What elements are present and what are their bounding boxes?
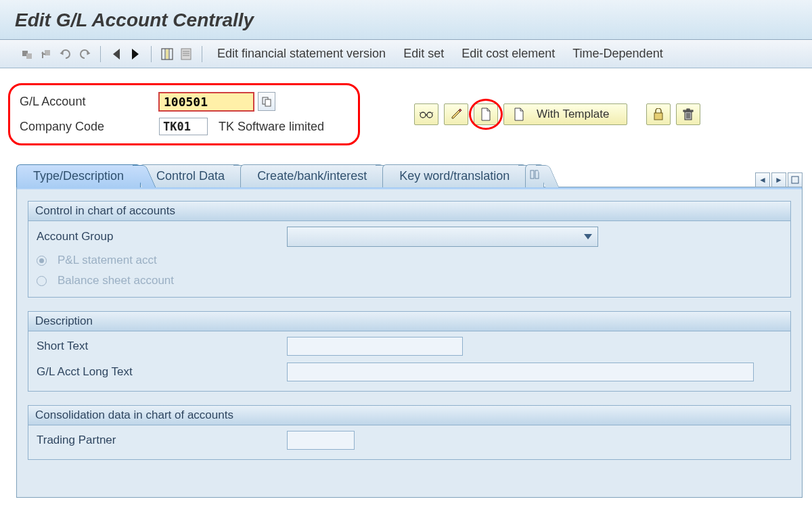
pl-statement-row: P&L statement acct xyxy=(37,254,782,267)
title-bar: Edit G/L Account Centrally xyxy=(0,0,812,40)
svg-rect-12 xyxy=(265,99,271,106)
new-document-icon xyxy=(514,108,524,121)
group-header: Control in chart of accounts xyxy=(28,202,790,221)
svg-line-16 xyxy=(420,112,421,114)
maximize-icon xyxy=(791,176,799,184)
toolbar-icon-2[interactable] xyxy=(39,47,54,62)
company-code-row: Company Code TK Software limited xyxy=(20,118,346,135)
company-code-input[interactable] xyxy=(159,118,208,135)
glasses-icon xyxy=(419,110,434,119)
svg-rect-18 xyxy=(654,113,662,120)
svg-line-17 xyxy=(432,112,433,114)
svg-rect-2 xyxy=(45,50,50,55)
app-toolbar: Edit financial statement version Edit se… xyxy=(0,40,812,68)
toolbar-separator xyxy=(151,46,152,62)
svg-rect-27 xyxy=(792,177,798,183)
link-time-dependent[interactable]: Time-Dependent xyxy=(566,47,669,61)
gl-account-f4-button[interactable] xyxy=(258,92,275,111)
search-help-icon xyxy=(262,96,271,107)
tab-maximize[interactable] xyxy=(788,172,803,187)
svg-rect-6 xyxy=(166,49,168,59)
dropdown-caret-icon xyxy=(584,234,592,239)
period-screen-icon[interactable] xyxy=(160,47,175,62)
company-code-description: TK Software limited xyxy=(219,120,324,134)
tab-strip: Type/Description Control Data Create/ban… xyxy=(16,164,803,187)
display-button[interactable] xyxy=(414,103,438,125)
company-code-label: Company Code xyxy=(20,120,155,134)
group-control-chart-accounts: Control in chart of accounts Account Gro… xyxy=(28,201,791,298)
trading-partner-row: Trading Partner xyxy=(37,431,782,450)
account-group-dropdown[interactable] xyxy=(287,227,598,247)
pl-statement-label: P&L statement acct xyxy=(58,254,157,267)
document-icon[interactable] xyxy=(179,47,194,62)
group-description: Description Short Text G/L Acct Long Tex… xyxy=(28,311,791,392)
balance-sheet-label: Balance sheet account xyxy=(58,274,174,287)
tab-page: Control in chart of accounts Account Gro… xyxy=(16,187,803,498)
delete-button[interactable] xyxy=(676,103,700,125)
svg-point-14 xyxy=(427,112,432,118)
link-efsv[interactable]: Edit financial statement version xyxy=(210,47,392,61)
undo-icon[interactable] xyxy=(58,47,73,62)
tab-container: Type/Description Control Data Create/ban… xyxy=(0,152,812,498)
lock-icon xyxy=(653,108,664,120)
lock-button[interactable] xyxy=(646,103,671,125)
page-title: Edit G/L Account Centrally xyxy=(15,9,798,31)
gl-account-input[interactable] xyxy=(159,93,254,111)
toolbar-icon-1[interactable] xyxy=(20,47,35,62)
short-text-row: Short Text xyxy=(37,337,782,356)
tab-label: Key word/translation xyxy=(399,169,510,183)
prev-arrow-icon[interactable] xyxy=(109,47,124,62)
toolbar-separator xyxy=(100,46,101,62)
tab-more-indicator[interactable] xyxy=(525,164,544,187)
svg-rect-7 xyxy=(181,49,191,60)
svg-rect-1 xyxy=(26,53,32,59)
pl-statement-radio[interactable] xyxy=(37,256,47,266)
new-document-icon xyxy=(480,108,491,121)
with-template-button[interactable]: With Template xyxy=(503,103,627,125)
selection-block: G/L Account Company Code TK Software lim… xyxy=(0,68,812,152)
short-text-label: Short Text xyxy=(37,340,280,353)
tab-type-description[interactable]: Type/Description xyxy=(16,164,141,187)
long-text-input[interactable] xyxy=(287,363,754,381)
trash-icon xyxy=(683,108,694,120)
svg-rect-25 xyxy=(531,170,534,179)
tab-label: Type/Description xyxy=(33,169,124,183)
group-consolidation: Consolidation data in chart of accounts … xyxy=(28,405,791,460)
account-group-label: Account Group xyxy=(37,230,280,243)
link-edit-set[interactable]: Edit set xyxy=(397,47,451,61)
tab-scroll-right[interactable]: ► xyxy=(771,172,786,187)
pencil-icon xyxy=(450,108,462,120)
group-header: Consolidation data in chart of accounts xyxy=(28,406,790,425)
svg-rect-21 xyxy=(687,109,690,110)
short-text-input[interactable] xyxy=(287,337,463,356)
group-header: Description xyxy=(28,312,790,331)
trading-partner-label: Trading Partner xyxy=(37,434,280,447)
selection-highlight-box: G/L Account Company Code TK Software lim… xyxy=(8,83,360,145)
account-group-row: Account Group xyxy=(37,227,782,247)
long-text-row: G/L Acct Long Text xyxy=(37,363,782,381)
tab-label: Create/bank/interest xyxy=(257,169,367,183)
selection-action-buttons: With Template xyxy=(414,103,700,125)
tab-scroll-left[interactable]: ◄ xyxy=(755,172,770,187)
tab-key-word-translation[interactable]: Key word/translation xyxy=(382,164,526,187)
tab-control-data[interactable]: Control Data xyxy=(139,164,242,187)
long-text-label: G/L Acct Long Text xyxy=(37,365,280,379)
trading-partner-input[interactable] xyxy=(287,431,355,450)
next-arrow-icon[interactable] xyxy=(128,47,143,62)
gl-account-label: G/L Account xyxy=(20,95,155,109)
balance-sheet-radio[interactable] xyxy=(37,276,47,286)
balance-sheet-row: Balance sheet account xyxy=(37,274,782,287)
redo-icon[interactable] xyxy=(77,47,92,62)
svg-point-13 xyxy=(420,112,426,118)
link-edit-cost-element[interactable]: Edit cost element xyxy=(455,47,562,61)
change-button[interactable] xyxy=(444,103,468,125)
tab-label: Control Data xyxy=(156,169,225,183)
with-template-label: With Template xyxy=(537,108,609,121)
toolbar-separator xyxy=(202,46,202,62)
create-button[interactable] xyxy=(474,103,498,125)
tab-create-bank-interest[interactable]: Create/bank/interest xyxy=(240,164,384,187)
gl-account-row: G/L Account xyxy=(20,92,346,111)
